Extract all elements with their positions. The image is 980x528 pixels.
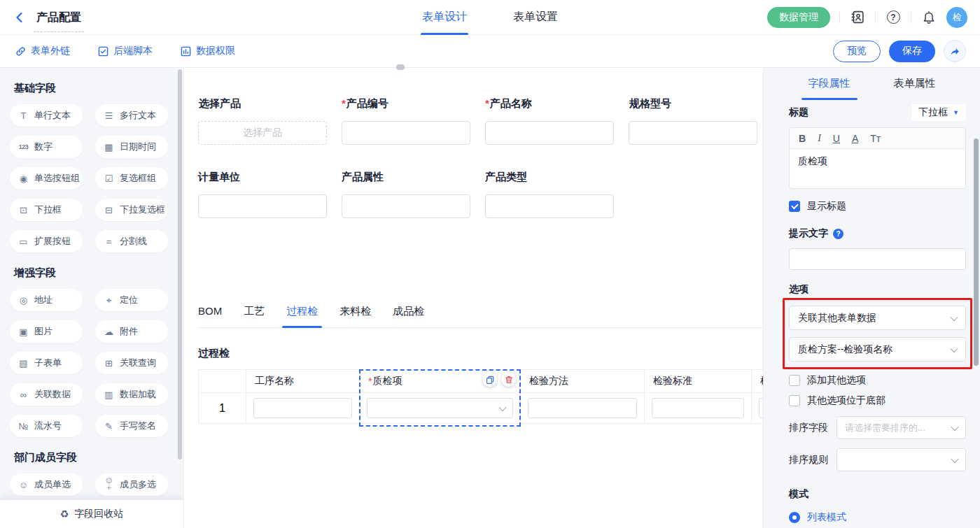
product-name-input[interactable] <box>485 121 614 145</box>
calendar-icon: ▦ <box>103 143 115 152</box>
spec-model-input[interactable] <box>629 121 757 145</box>
field-item-single-line-text[interactable]: T单行文本 <box>10 104 83 127</box>
field-item-signature[interactable]: ✎手写签名 <box>95 415 168 437</box>
checkbox-checked-icon[interactable] <box>789 201 800 212</box>
product-code-input[interactable] <box>342 121 470 145</box>
form-field-product-code[interactable]: *产品编号 <box>342 97 470 145</box>
tab-field-properties[interactable]: 字段属性 <box>808 68 850 100</box>
add-other-option[interactable]: 添加其他选项 <box>789 374 966 387</box>
field-item-location[interactable]: ⌖定位 <box>95 289 168 311</box>
process-name-cell-input[interactable] <box>253 398 352 418</box>
share-button[interactable] <box>944 40 966 62</box>
mode-list-option[interactable]: 列表模式 <box>789 511 966 524</box>
hint-text-input[interactable] <box>789 248 966 270</box>
form-field-unit[interactable]: 计量单位 <box>198 171 327 218</box>
field-item-number[interactable]: 123数字 <box>10 136 83 158</box>
field-item-attachment[interactable]: ☁附件 <box>95 320 168 343</box>
data-permission-button[interactable]: 数据权限 <box>181 45 235 57</box>
field-item-subform[interactable]: ▤子表单 <box>10 352 83 374</box>
inspection-method-cell-input[interactable] <box>528 398 637 418</box>
field-item-checkbox-group[interactable]: ☑复选框组 <box>95 167 168 190</box>
form-field-product-name[interactable]: *产品名称 <box>485 97 614 145</box>
page-title[interactable]: 产品配置 <box>34 10 84 32</box>
product-type-input[interactable] <box>485 194 614 218</box>
delete-field-icon[interactable] <box>501 372 516 387</box>
field-item-multi-select[interactable]: ⊟下拉复选框 <box>95 199 168 221</box>
field-item-extend-button[interactable]: ▭扩展按钮 <box>10 230 83 252</box>
font-color-button[interactable]: A <box>852 134 858 143</box>
field-item-image[interactable]: ▣图片 <box>10 320 83 343</box>
column-inspection-standard[interactable]: 检验标准 <box>645 370 752 423</box>
field-item-address[interactable]: ◎地址 <box>10 289 83 311</box>
field-item-multi-line-text[interactable]: ☰多行文本 <box>95 104 168 127</box>
field-item-radio-group[interactable]: ◉单选按钮组 <box>10 167 83 190</box>
tab-form-design[interactable]: 表单设计 <box>422 0 467 35</box>
tab-bom[interactable]: BOM <box>198 305 222 327</box>
field-item-datetime[interactable]: ▦日期时间 <box>95 136 168 158</box>
field-item-serial-number[interactable]: №流水号 <box>10 415 83 437</box>
location-icon: ⌖ <box>103 296 115 305</box>
product-attribute-input[interactable] <box>342 194 470 218</box>
inspection-standard-cell-input[interactable] <box>652 398 744 418</box>
preview-button[interactable]: 预览 <box>833 41 881 62</box>
select-product-picker[interactable]: 选择产品 <box>198 121 327 145</box>
title-value-input[interactable]: 质检项 <box>790 149 965 188</box>
column-quality-check-item[interactable]: *质检项 <box>360 370 521 423</box>
show-title-option[interactable]: 显示标题 <box>789 200 966 213</box>
address-pin-icon: ◎ <box>18 296 29 305</box>
data-manage-button[interactable]: 数据管理 <box>767 7 830 28</box>
field-item-select[interactable]: ⊡下拉框 <box>10 199 83 221</box>
window-scrollbar[interactable] <box>974 138 979 366</box>
field-item-lookup-query[interactable]: ⊞关联查询 <box>95 352 168 374</box>
single-line-text-icon: T <box>18 111 29 120</box>
back-icon[interactable] <box>13 10 27 24</box>
font-size-button[interactable]: Tᴛ <box>870 134 881 143</box>
field-item-member-single[interactable]: ☺成员单选 <box>10 473 83 496</box>
backend-script-button[interactable]: 后端脚本 <box>98 45 153 57</box>
sort-rule-select[interactable] <box>836 448 966 471</box>
tab-process[interactable]: 工艺 <box>244 305 265 327</box>
sort-field-select[interactable]: 请选择需要排序的... <box>836 416 966 439</box>
form-field-spec-model[interactable]: 规格型号 <box>629 97 757 145</box>
tab-in-process-inspection[interactable]: 过程检 <box>286 305 318 327</box>
hint-help-icon[interactable]: ? <box>833 229 844 239</box>
option-source-select[interactable]: 关联其他表单数据 <box>789 306 966 330</box>
copy-field-icon[interactable] <box>482 372 497 387</box>
form-field-product-type[interactable]: 产品类型 <box>485 171 614 218</box>
field-type-select[interactable]: 下拉框 ▼ <box>911 104 966 121</box>
radio-selected-icon[interactable] <box>789 512 800 523</box>
underline-button[interactable]: U <box>833 134 840 143</box>
field-recycle-bin[interactable]: ♻ 字段回收站 <box>0 500 183 528</box>
bold-button[interactable]: B <box>799 134 806 143</box>
option-field-select[interactable]: 质检方案--检验项名称 <box>789 337 966 362</box>
unit-input[interactable] <box>198 194 327 218</box>
other-bottom-option[interactable]: 其他选项位于底部 <box>789 394 966 407</box>
external-link-button[interactable]: 表单外链 <box>15 45 70 57</box>
save-button[interactable]: 保存 <box>889 41 935 62</box>
column-inspection-method[interactable]: 检验方法 <box>521 370 645 423</box>
column-clipped[interactable]: 检 <box>752 370 763 423</box>
notification-bell-icon[interactable] <box>920 9 937 26</box>
tab-form-properties[interactable]: 表单属性 <box>894 68 936 100</box>
checkbox-unchecked-icon[interactable] <box>789 375 800 386</box>
field-item-data-load[interactable]: ▥数据加载 <box>95 383 168 406</box>
italic-button[interactable]: I <box>818 134 821 143</box>
divider-handle[interactable] <box>396 64 405 70</box>
form-field-product-attribute[interactable]: 产品属性 <box>342 171 470 218</box>
checkbox-unchecked-icon[interactable] <box>789 395 800 406</box>
tab-finished-inspection[interactable]: 成品检 <box>393 305 424 327</box>
help-icon[interactable]: ? <box>885 9 902 26</box>
sidebar-scrollbar[interactable] <box>178 69 182 459</box>
form-row-1: 选择产品 选择产品 *产品编号 *产品名称 规格型号 <box>198 97 763 145</box>
tab-form-settings[interactable]: 表单设置 <box>513 0 558 35</box>
address-book-icon[interactable] <box>849 9 866 26</box>
field-item-divider-line[interactable]: =分割线 <box>95 230 168 252</box>
form-field-select-product[interactable]: 选择产品 选择产品 <box>198 97 327 145</box>
column-process-name[interactable]: 工序名称 <box>246 370 360 423</box>
quality-check-item-select[interactable] <box>367 398 513 418</box>
user-avatar[interactable]: 检 <box>946 7 967 28</box>
field-item-linked-data[interactable]: ∞关联数据 <box>10 383 83 406</box>
tab-incoming-inspection[interactable]: 来料检 <box>340 305 371 327</box>
recycle-label: 字段回收站 <box>74 508 123 520</box>
field-item-member-multi[interactable]: ☺⁺成员多选 <box>95 473 168 496</box>
